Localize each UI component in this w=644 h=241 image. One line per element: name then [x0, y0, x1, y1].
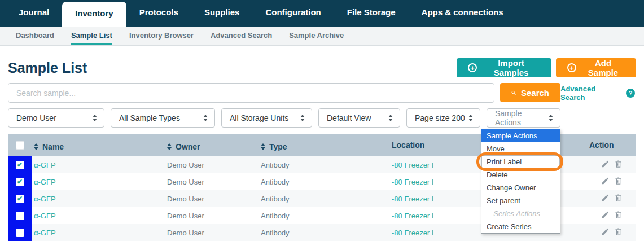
nav-item-apps-connections[interactable]: Apps & connections	[409, 0, 516, 27]
sample-owner: Demo User	[165, 224, 259, 241]
sub-nav: Dashboard Sample List Inventory Browser …	[0, 27, 644, 46]
plus-circle-icon: +	[468, 63, 477, 72]
sample-type: Antibody	[259, 173, 389, 190]
search-input[interactable]	[8, 83, 494, 103]
sample-actions-select[interactable]: Sample Actions	[487, 108, 560, 128]
nav-item-protocols[interactable]: Protocols	[126, 0, 191, 27]
action-column-header: Action	[587, 134, 636, 156]
add-sample-label: Add Sample	[581, 58, 625, 77]
sample-owner: Demo User	[165, 156, 259, 173]
add-sample-button[interactable]: + Add Sample	[556, 58, 636, 77]
sample-owner: Demo User	[165, 173, 259, 190]
delete-icon[interactable]	[614, 211, 623, 219]
subnav-item-sample-archive[interactable]: Sample Archive	[289, 27, 344, 45]
row-checkbox[interactable]: ✔	[16, 212, 24, 220]
row-checkbox[interactable]: ✔	[16, 161, 24, 169]
menu-item-series-actions-separator: -- Series Actions --	[481, 207, 560, 220]
search-button-label: Search	[521, 88, 549, 98]
edit-icon[interactable]	[601, 194, 610, 202]
menu-item-move[interactable]: Move	[481, 142, 560, 155]
delete-icon[interactable]	[614, 160, 623, 168]
search-button[interactable]: Search	[500, 83, 560, 102]
help-icon[interactable]: ?	[626, 89, 635, 98]
sample-name-link[interactable]: α-GFP	[32, 190, 165, 207]
view-filter-select[interactable]: Default View	[318, 108, 400, 128]
sample-actions-value: Sample Actions	[495, 109, 549, 127]
nav-item-file-storage[interactable]: File Storage	[334, 0, 409, 27]
sample-type: Antibody	[259, 224, 389, 241]
delete-icon[interactable]	[614, 177, 623, 185]
sample-type: Antibody	[259, 207, 389, 224]
view-filter-value: Default View	[327, 113, 371, 122]
plus-circle-icon: +	[567, 63, 576, 72]
sort-icon	[167, 143, 172, 150]
sample-type: Antibody	[259, 190, 389, 207]
owner-filter-value: Demo User	[16, 113, 56, 122]
import-samples-label: Import Samples	[482, 58, 540, 77]
page-size-value: Page size 200	[415, 113, 465, 122]
owner-column-header: Owner	[176, 142, 200, 151]
row-checkbox[interactable]: ✔	[16, 178, 24, 186]
menu-item-change-owner[interactable]: Change Owner	[481, 181, 560, 194]
select-arrows-icon	[388, 115, 393, 121]
edit-icon[interactable]	[601, 211, 610, 219]
nav-item-configuration[interactable]: Configuration	[252, 0, 334, 27]
sample-owner: Demo User	[165, 190, 259, 207]
menu-item-create-series[interactable]: Create Series	[481, 220, 560, 233]
sample-type: Antibody	[259, 156, 389, 173]
sample-owner: Demo User	[165, 207, 259, 224]
sort-icon	[261, 143, 265, 150]
storage-units-filter-value: All Storage Units	[230, 113, 288, 122]
edit-icon[interactable]	[601, 160, 610, 168]
menu-item-delete[interactable]: Delete	[481, 168, 560, 181]
type-column-header: Type	[269, 142, 287, 151]
nav-item-journal[interactable]: Journal	[6, 0, 62, 27]
page-size-select[interactable]: Page size 200	[406, 108, 480, 128]
menu-item-print-label[interactable]: Print Label	[481, 155, 560, 168]
sample-types-filter-value: All Sample Types	[119, 113, 180, 122]
delete-icon[interactable]	[614, 227, 623, 236]
sample-name-link[interactable]: α-GFP	[32, 156, 165, 173]
owner-filter-select[interactable]: Demo User	[8, 108, 104, 128]
sample-name-link[interactable]: α-GFP	[32, 207, 165, 224]
select-arrows-icon	[549, 115, 553, 121]
menu-item-sample-actions[interactable]: Sample Actions	[481, 129, 560, 142]
search-icon	[511, 89, 516, 97]
select-arrows-icon	[300, 115, 305, 121]
edit-icon[interactable]	[601, 227, 610, 236]
subnav-item-advanced-search[interactable]: Advanced Search	[211, 27, 272, 45]
nav-item-supplies[interactable]: Supplies	[191, 0, 253, 27]
select-arrows-icon	[203, 115, 208, 121]
advanced-search-link[interactable]: Advanced Search	[560, 85, 621, 102]
page-title: Sample List	[8, 60, 87, 76]
row-checkbox[interactable]: ✔	[16, 195, 24, 203]
storage-units-filter-select[interactable]: All Storage Units	[221, 108, 312, 128]
sample-name-link[interactable]: α-GFP	[32, 173, 165, 190]
select-arrows-icon	[93, 115, 97, 121]
row-checkbox[interactable]: ✔	[16, 229, 24, 237]
sort-owner-header[interactable]: Owner	[167, 142, 200, 151]
name-column-header: Name	[42, 142, 64, 151]
subnav-item-inventory-browser[interactable]: Inventory Browser	[129, 27, 194, 45]
sort-name-header[interactable]: Name	[34, 142, 64, 151]
sample-actions-menu: Sample Actions Move Print Label Delete C…	[481, 129, 560, 234]
sort-icon	[34, 143, 38, 150]
subnav-item-sample-list[interactable]: Sample List	[71, 27, 112, 45]
sort-type-header[interactable]: Type	[261, 142, 287, 151]
sample-name-link[interactable]: α-GFP	[32, 224, 165, 241]
top-nav: Journal Inventory Protocols Supplies Con…	[0, 0, 644, 27]
select-arrows-icon	[468, 115, 473, 121]
edit-icon[interactable]	[601, 177, 610, 185]
import-samples-button[interactable]: + Import Samples	[457, 58, 551, 77]
delete-icon[interactable]	[614, 194, 623, 202]
nav-item-inventory[interactable]: Inventory	[62, 2, 126, 27]
sample-types-filter-select[interactable]: All Sample Types	[111, 108, 215, 128]
subnav-item-dashboard[interactable]: Dashboard	[16, 27, 54, 45]
menu-item-set-parent[interactable]: Set parent	[481, 194, 560, 207]
select-all-checkbox[interactable]: ✔	[16, 141, 24, 150]
